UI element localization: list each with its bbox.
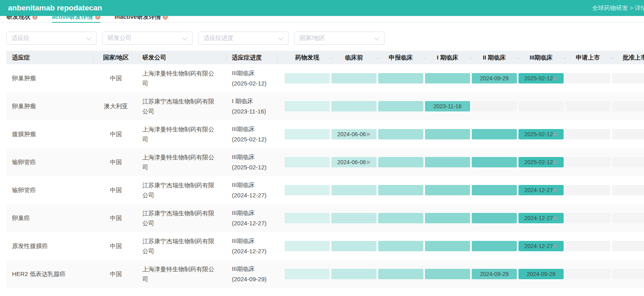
table-row[interactable]: HER2 低表达乳腺癌中国上海津曼特生物制药有限公司III期临床(2024-09… <box>6 260 644 288</box>
table-row[interactable]: 输卵管癌中国上海津曼特生物制药有限公司III期临床(2025-02-12)202… <box>6 148 644 176</box>
phase-bar[interactable]: 2025-02-12 <box>518 129 564 139</box>
phase-bar[interactable] <box>285 157 330 167</box>
phase-date: 2024-12-27 <box>524 187 553 193</box>
phase-bar[interactable]: 2024-09-29 <box>472 73 517 83</box>
phase-bar[interactable] <box>425 129 470 139</box>
phase-bar[interactable] <box>378 157 423 167</box>
table-row[interactable]: 卵巢肿瘤中国上海津曼特生物制药有限公司III期临床(2025-02-12)202… <box>6 64 644 92</box>
phase-bar[interactable] <box>425 269 470 279</box>
phase-bar[interactable] <box>331 73 377 83</box>
phase-cell <box>611 213 644 223</box>
top-bar: anbenitamab repodatecan 全球药物研发 > 详情 <box>0 0 644 16</box>
phase-bar[interactable]: 2025-02-12 <box>518 73 564 83</box>
phase-bar[interactable] <box>285 213 330 223</box>
company-cell: 江苏康宁杰瑞生物制药有限公司 <box>139 236 226 256</box>
indication-cell: HER2 低表达乳腺癌 <box>6 270 93 278</box>
phase-bar <box>612 213 644 223</box>
phase-bar[interactable]: 2024-12-27 <box>518 213 564 223</box>
progress-stage: I 期临床 <box>232 96 277 106</box>
phase-bar[interactable] <box>331 213 377 223</box>
table-row[interactable]: 输卵管癌中国江苏康宁杰瑞生物制药有限公司III期临床(2024-12-27)20… <box>6 176 644 204</box>
progress-date: (2023-11-16) <box>232 106 277 117</box>
table-row[interactable]: 卵巢癌中国江苏康宁杰瑞生物制药有限公司III期临床(2024-12-27)202… <box>6 204 644 232</box>
phase-bar[interactable] <box>378 269 423 279</box>
phase-bar[interactable] <box>472 213 517 223</box>
filter-select-region[interactable]: 国家/地区 <box>294 32 385 45</box>
current-stage-icon-triangle <box>555 244 558 248</box>
phase-bar[interactable]: 2025-02-12 <box>518 157 564 167</box>
current-stage-icon-bar <box>554 77 555 80</box>
phase-bar[interactable]: 2024-12-27 <box>518 185 564 195</box>
phase-bar[interactable]: 2024-06-06 <box>331 157 377 167</box>
table-row[interactable]: 卵巢肿瘤澳大利亚江苏康宁杰瑞生物制药有限公司I 期临床(2023-11-16)2… <box>6 92 644 120</box>
phase-bar[interactable] <box>285 101 330 111</box>
phase-cell <box>424 241 471 251</box>
phase-bar <box>565 101 610 111</box>
current-stage-icon <box>367 161 371 164</box>
phase-bar[interactable] <box>425 241 470 251</box>
phase-bar[interactable] <box>425 213 470 223</box>
phase-bar[interactable] <box>378 129 423 139</box>
phase-bar[interactable] <box>425 73 470 83</box>
region-cell: 中国 <box>93 187 139 194</box>
phase-bar[interactable] <box>285 241 330 251</box>
phase-cell <box>564 157 611 167</box>
phase-bar[interactable] <box>472 241 517 251</box>
phase-bar[interactable] <box>331 241 377 251</box>
phase-column-header-4: I 期临床→ <box>424 54 471 62</box>
phase-cell <box>611 129 644 139</box>
phase-bar[interactable] <box>378 213 423 223</box>
breadcrumb[interactable]: 全球药物研发 > 详情 <box>592 0 644 16</box>
company-cell: 江苏康宁杰瑞生物制药有限公司 <box>139 96 226 116</box>
phase-bar[interactable] <box>331 269 377 279</box>
phase-cell <box>564 73 611 83</box>
phase-cell: 2025-02-12 <box>518 73 564 83</box>
phase-bar[interactable] <box>285 269 330 279</box>
phase-bar[interactable] <box>285 73 330 83</box>
chevron-down-icon <box>86 35 92 40</box>
table-row[interactable]: 原发性腹膜癌中国江苏康宁杰瑞生物制药有限公司III期临床(2024-12-27)… <box>6 232 644 260</box>
phase-bar[interactable] <box>472 129 517 139</box>
filter-select-company[interactable]: 研发公司 <box>102 32 193 45</box>
phase-cell: 2024-12-27 <box>518 241 564 251</box>
chevron-down-icon <box>182 35 187 40</box>
phase-bar[interactable]: 2024-09-29 <box>518 269 564 279</box>
phase-bar[interactable]: 2024-09-29 <box>472 269 517 279</box>
phase-header-label: 申报临床 <box>389 54 413 61</box>
progress-stage: III期临床 <box>232 208 277 218</box>
filter-select-indication[interactable]: 适应症 <box>6 32 97 45</box>
phase-bar[interactable] <box>285 129 330 139</box>
current-stage-icon-triangle <box>555 161 558 164</box>
current-stage-icon-bar <box>367 161 368 164</box>
current-stage-icon <box>554 244 558 248</box>
phase-bar[interactable] <box>378 241 423 251</box>
phase-cell <box>564 101 611 111</box>
phase-bar[interactable]: 2024-06-06 <box>331 129 377 139</box>
region-cell: 中国 <box>93 215 139 222</box>
phase-bar[interactable] <box>472 185 517 195</box>
phase-cell <box>331 241 377 251</box>
phase-column-header-3: 申报临床→ <box>377 54 424 62</box>
phase-cell <box>424 269 471 279</box>
phase-bar <box>612 129 644 139</box>
phase-cell: 2025-02-12 <box>518 157 564 167</box>
phase-bar[interactable] <box>378 73 423 83</box>
phase-cell <box>424 213 471 223</box>
phase-bar[interactable] <box>331 185 377 195</box>
current-stage-icon-triangle <box>555 189 558 192</box>
phase-bar[interactable]: 2024-12-27 <box>518 241 564 251</box>
phase-cell: 2025-02-12 <box>518 129 564 139</box>
phase-bar[interactable] <box>425 157 470 167</box>
phase-bar[interactable] <box>425 185 470 195</box>
progress-cell: III期临床(2024-12-27) <box>226 180 277 201</box>
phase-bar[interactable] <box>331 101 377 111</box>
phase-bar <box>612 157 644 167</box>
phase-bar[interactable] <box>378 101 423 111</box>
phase-bar[interactable] <box>472 157 517 167</box>
filter-select-progress[interactable]: 适应症进度 <box>198 32 289 45</box>
phase-bar[interactable] <box>378 185 423 195</box>
phase-bar[interactable] <box>285 185 330 195</box>
phase-bar[interactable]: 2023-11-16 <box>425 101 470 111</box>
table-row[interactable]: 腹膜肿瘤中国上海津曼特生物制药有限公司III期临床(2025-02-12)202… <box>6 120 644 148</box>
phase-date: 2023-11-16 <box>433 103 462 109</box>
